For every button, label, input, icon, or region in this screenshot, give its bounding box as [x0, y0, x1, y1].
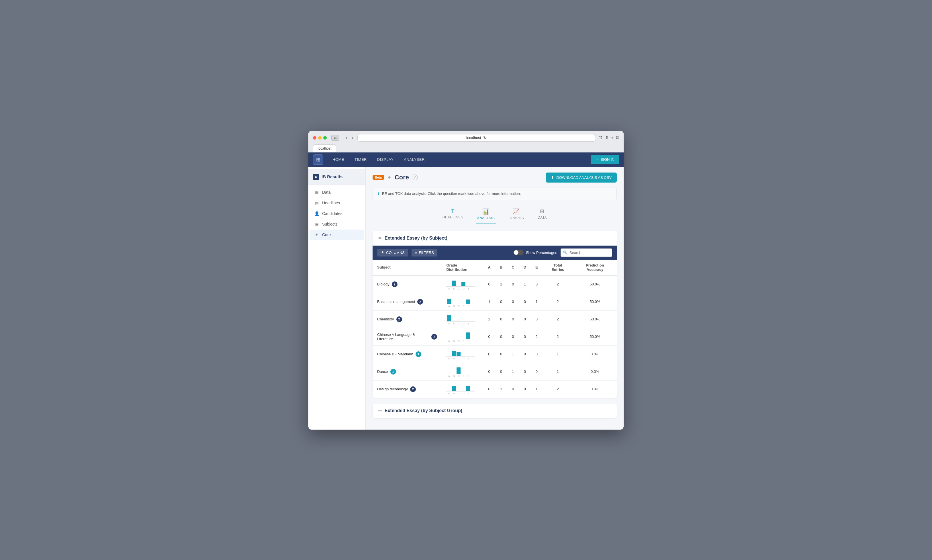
table-row: Biology 2 ABCDE 01010250.0% — [372, 275, 617, 293]
col-total: Total Entries — [543, 260, 573, 275]
table-row: Dance 1 ABCDE 0010010.0% — [372, 363, 617, 380]
bar-b — [452, 351, 456, 356]
reload-icon[interactable]: ↻ — [483, 135, 487, 140]
grade-b: 1 — [495, 275, 507, 293]
sidebar-item-core[interactable]: ✦ Core — [309, 229, 364, 240]
subject-badge: 2 — [396, 316, 402, 322]
grade-d: 1 — [519, 275, 531, 293]
url-text: localhost — [466, 135, 481, 140]
nav-timer[interactable]: TIMER — [350, 155, 371, 164]
maximize-button[interactable] — [323, 136, 327, 140]
tab-graphs[interactable]: 📈 GRAPHS — [507, 206, 525, 224]
info-banner: ℹ EE and TOK data analysis. Click the qu… — [372, 187, 617, 200]
bar-e — [466, 300, 470, 304]
col-a: A — [483, 260, 495, 275]
close-button[interactable] — [313, 136, 317, 140]
browser-window: ⊡ ‹ › localhost ↻ ⏱ ⬆ + ⧉ localhost ⊞ — [308, 131, 624, 429]
minimize-button[interactable] — [318, 136, 321, 140]
search-input[interactable] — [561, 248, 612, 257]
total-entries: 2 — [543, 380, 573, 398]
back-button[interactable]: ‹ — [344, 135, 349, 141]
grade-distribution-cell: ABCDE — [441, 380, 483, 398]
grade-distribution-cell: ABCDE — [441, 363, 483, 380]
sidebar-item-candidates[interactable]: 👤 Candidates — [309, 208, 364, 218]
grade-c: 0 — [507, 311, 519, 328]
beta-badge: Beta — [372, 175, 384, 180]
subject-badge: 2 — [410, 386, 416, 392]
section2-icon: ✏ — [378, 408, 382, 413]
prediction-accuracy: 0.0% — [573, 345, 617, 363]
grade-a: 0 — [483, 345, 495, 363]
grade-a: 0 — [483, 275, 495, 293]
total-entries: 2 — [543, 311, 573, 328]
browser-tab[interactable]: localhost — [313, 145, 336, 152]
download-label: DOWNLOAD ANALYSIS AS CSV — [556, 175, 612, 180]
window-layout-icon[interactable]: ⊡ — [331, 135, 339, 141]
sidebar-item-headlines[interactable]: ▤ Headlines — [309, 198, 364, 208]
extended-essay-subject-group-section: ✏ Extended Essay (by Subject Group) — [372, 403, 617, 418]
subject-badge: 2 — [417, 299, 423, 305]
headlines-icon: ▤ — [314, 201, 319, 205]
percentages-toggle[interactable] — [513, 249, 524, 255]
grade-a: 0 — [483, 380, 495, 398]
grade-e: 1 — [531, 380, 543, 398]
sidebar-label-core: Core — [322, 232, 331, 237]
grade-b: 0 — [495, 328, 507, 345]
help-icon[interactable]: ? — [412, 175, 418, 180]
tabs-icon[interactable]: ⧉ — [616, 135, 619, 140]
data-tab-label: DATA — [538, 215, 547, 220]
subject-cell: Business management 2 — [372, 293, 441, 311]
subject-cell: Biology 2 — [372, 275, 441, 293]
table-row: Chinese B - Mandarin 1 ABCDE 0010010.0% — [372, 345, 617, 363]
section2-title-text: Extended Essay (by Subject Group) — [384, 408, 462, 413]
core-snowflake-icon: ✦ — [387, 174, 392, 181]
app-body: ⊞ IB Results ▦ Data ▤ Headlines 👤 Candid… — [308, 167, 624, 429]
tab-headlines[interactable]: T HEADLINES — [441, 206, 464, 224]
subject-badge: 1 — [390, 369, 396, 375]
page-title-area: Beta ✦ Core ? — [372, 174, 418, 181]
grade-e: 0 — [531, 345, 543, 363]
tab-data[interactable]: ⊞ DATA — [537, 206, 548, 224]
address-bar[interactable]: localhost ↻ — [357, 134, 596, 142]
nav-display[interactable]: DISPLAY — [372, 155, 398, 164]
subject-badge: 2 — [392, 282, 397, 287]
forward-button[interactable]: › — [350, 135, 355, 141]
app-logo: ⊞ — [313, 154, 323, 165]
headlines-tab-icon: T — [451, 208, 455, 214]
grade-d: 0 — [519, 311, 531, 328]
sidebar-item-data[interactable]: ▦ Data — [309, 187, 364, 197]
browser-chrome: ⊡ ‹ › localhost ↻ ⏱ ⬆ + ⧉ localhost — [308, 131, 624, 152]
share-icon[interactable]: ⬆ — [605, 135, 609, 140]
bar-e — [466, 386, 470, 391]
data-tab-icon: ⊞ — [540, 208, 544, 214]
bar-b — [452, 386, 456, 391]
grade-d: 0 — [519, 328, 531, 345]
grade-e: 2 — [531, 328, 543, 345]
bar-c — [457, 352, 461, 356]
nav-home[interactable]: HOME — [328, 155, 349, 164]
download-csv-button[interactable]: ⬇ DOWNLOAD ANALYSIS AS CSV — [546, 172, 617, 183]
grade-c: 0 — [507, 380, 519, 398]
sidebar-item-subjects[interactable]: ▣ Subjects — [309, 219, 364, 229]
total-entries: 2 — [543, 328, 573, 345]
candidates-icon: 👤 — [314, 211, 319, 216]
bar-c — [457, 368, 461, 374]
table-row: Chemistry 2 ABCDE 20000250.0% — [372, 311, 617, 328]
col-subject[interactable]: Subject ↑ — [372, 260, 441, 275]
sign-in-button[interactable]: → SIGN IN — [591, 155, 619, 164]
grade-a: 0 — [483, 328, 495, 345]
sidebar-title: IB Results — [321, 174, 343, 179]
search-wrapper — [561, 248, 612, 257]
history-icon[interactable]: ⏱ — [598, 135, 603, 140]
grade-b: 0 — [495, 293, 507, 311]
nav-analyser[interactable]: ANALYSER — [399, 155, 429, 164]
bar-b — [452, 281, 456, 286]
bar-d — [461, 282, 465, 286]
subject-cell: Chinese A Language & Literature 2 — [372, 328, 441, 345]
subject-cell: Design technology 2 — [372, 380, 441, 398]
columns-button[interactable]: 👁 COLUMNS — [377, 249, 408, 257]
filters-button[interactable]: ≡ FILTERS — [412, 249, 437, 257]
new-tab-icon[interactable]: + — [611, 135, 614, 140]
app-nav: ⊞ HOME TIMER DISPLAY ANALYSER → SIGN IN — [308, 152, 624, 167]
tab-analysis[interactable]: 📊 ANALYSIS — [476, 206, 496, 224]
